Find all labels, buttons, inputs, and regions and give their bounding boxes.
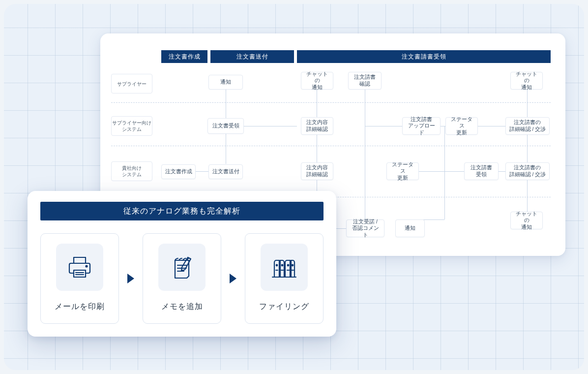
svg-point-9: [276, 265, 278, 266]
chevron-right-icon: [127, 274, 134, 283]
node-notify-2: 通知: [395, 219, 425, 237]
node-order-send: 注文書送付: [208, 164, 243, 179]
lane-company-system: 貴社向けシステム: [111, 161, 152, 181]
step-print: メールを印刷: [40, 233, 119, 324]
step-filing: ファイリング: [245, 233, 323, 324]
connector: [365, 89, 365, 219]
node-detail-check-2: 注文内容詳細確認: [301, 162, 333, 180]
folder-binder-icon: [261, 244, 308, 291]
node-status-update-2: ステータス更新: [386, 162, 419, 180]
svg-rect-0: [74, 257, 86, 263]
overlay-title: 従来のアナログ業務も完全解析: [40, 202, 323, 220]
connector: [444, 126, 445, 182]
step-memo: メモを追加: [143, 233, 221, 324]
connector: [194, 171, 210, 172]
header-create: 注文書作成: [161, 50, 207, 63]
node-detail-check-1: 注文内容詳細確認: [301, 117, 333, 135]
svg-point-10: [282, 265, 283, 266]
svg-rect-1: [74, 270, 86, 277]
connector: [365, 126, 405, 126]
node-detail-nego-2: 注文請書の詳細確認 / 交渉: [505, 162, 550, 180]
node-accept-reject: 注文受諾 /否認コメント: [346, 219, 384, 237]
lane-separator: [111, 102, 551, 103]
connector: [444, 180, 445, 219]
overlay-steps: メールを印刷 メモを追加: [40, 233, 323, 324]
chevron-right-icon: [230, 274, 236, 283]
node-order-create: 注文書作成: [161, 164, 196, 179]
svg-point-12: [292, 265, 294, 266]
step-label: メールを印刷: [55, 302, 105, 312]
connector: [527, 134, 528, 164]
notepad-icon: [158, 244, 206, 291]
header-send: 注文書送付: [210, 50, 294, 63]
node-invoice-receipt: 注文請書受領: [464, 162, 499, 180]
header-receive: 注文書請書受領: [297, 50, 551, 63]
connector: [238, 126, 297, 126]
lane-supplier: サプライヤー: [111, 74, 152, 94]
printer-icon: [56, 244, 103, 291]
node-status-update-1: ステータス更新: [445, 117, 478, 135]
node-order-received: 注文書受領: [207, 118, 244, 134]
svg-point-11: [288, 265, 289, 266]
svg-point-2: [86, 266, 88, 267]
node-chat-notify-3: チャットの通知: [510, 212, 543, 229]
connector: [527, 180, 528, 212]
analog-overlay-card: 従来のアナログ業務も完全解析 メールを印刷: [28, 191, 336, 337]
node-confirm-invoice: 注文請書確認: [348, 72, 382, 90]
step-label: ファイリング: [259, 302, 309, 312]
node-notify: 通知: [208, 75, 243, 90]
node-upload-invoice: 注文請書アップロード: [402, 117, 441, 135]
node-detail-nego-1: 注文請書の詳細確認 / 交渉: [505, 117, 550, 135]
step-label: メモを追加: [161, 302, 203, 312]
connector: [317, 134, 317, 164]
connector: [477, 126, 507, 126]
node-chat-notify-2: チャットの通知: [510, 72, 543, 90]
node-chat-notify-1: チャットの通知: [301, 72, 333, 90]
lane-separator: [111, 146, 551, 146]
connector: [317, 89, 317, 119]
lane-supplier-system: サプライヤー向けシステム: [111, 116, 152, 136]
connector: [527, 89, 528, 119]
connector: [444, 171, 464, 172]
